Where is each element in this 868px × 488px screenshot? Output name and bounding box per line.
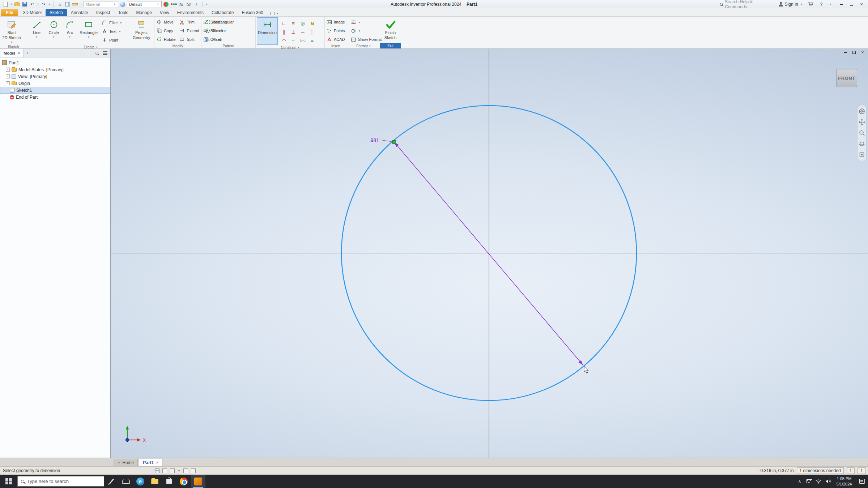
- text-button[interactable]: Text ▾: [100, 27, 130, 36]
- sketch-viewport[interactable]: .981 X × FRONT: [111, 49, 868, 458]
- ribbon-appearance-caret-icon[interactable]: ▾: [276, 12, 279, 15]
- smooth-constraint-icon[interactable]: ~: [289, 36, 298, 45]
- undo-caret-icon[interactable]: ▾: [37, 3, 39, 6]
- touch-keyboard-button[interactable]: [804, 475, 814, 488]
- tab-fusion-360[interactable]: Fusion 360: [238, 9, 267, 16]
- browser-search-icon[interactable]: [95, 52, 98, 55]
- part1-tab[interactable]: Part1 ×: [139, 459, 162, 466]
- tangent-constraint-icon[interactable]: ◠: [279, 36, 289, 45]
- sign-in-button[interactable]: Sign In ▾: [779, 2, 803, 7]
- new-document-button[interactable]: [2, 1, 9, 8]
- trim-button[interactable]: Trim: [177, 18, 201, 26]
- circle-button[interactable]: Circle ▾: [45, 17, 62, 44]
- doc-minimize-button[interactable]: [842, 50, 848, 55]
- sketch-grid-button[interactable]: [64, 1, 71, 8]
- inventor-app-button[interactable]: [191, 475, 205, 488]
- redo-button[interactable]: ↷: [41, 1, 47, 8]
- color-settings-button[interactable]: [170, 1, 177, 8]
- point-button[interactable]: Point: [100, 36, 130, 44]
- symmetric-constraint-icon[interactable]: ▷◁: [298, 36, 307, 45]
- points-button[interactable]: Points: [326, 26, 346, 35]
- expand-icon[interactable]: +: [6, 74, 10, 78]
- rotate-button[interactable]: Rotate: [154, 35, 177, 44]
- tree-item-origin[interactable]: + Origin: [0, 80, 110, 87]
- look-at-icon[interactable]: [859, 151, 865, 158]
- equal-constraint-icon[interactable]: =: [307, 36, 317, 45]
- image-button[interactable]: Image: [326, 18, 346, 26]
- store-button[interactable]: [162, 475, 176, 488]
- close-button[interactable]: ×: [856, 0, 867, 8]
- precise-input-icon[interactable]: [183, 468, 188, 473]
- tab-close-icon[interactable]: ×: [156, 460, 158, 465]
- tab-annotate[interactable]: Annotate: [67, 9, 92, 16]
- zoom-icon[interactable]: [859, 130, 865, 136]
- chrome-button[interactable]: [176, 475, 191, 488]
- degrees-of-freedom-icon[interactable]: [191, 468, 196, 473]
- measure-button[interactable]: [72, 1, 78, 8]
- panel-label-create[interactable]: Create▾: [27, 45, 154, 49]
- browser-add-tab-button[interactable]: +: [24, 50, 31, 56]
- edge-button[interactable]: e: [133, 475, 148, 488]
- volume-button[interactable]: [823, 475, 833, 488]
- view-cube[interactable]: FRONT: [836, 69, 857, 87]
- help-search-input[interactable]: Search Help & Commands...: [720, 0, 774, 9]
- home-tab[interactable]: ⌂ Home: [114, 459, 138, 466]
- browser-tab-model[interactable]: Model ×: [0, 49, 24, 57]
- network-button[interactable]: [814, 475, 823, 488]
- show-format-button[interactable]: Show Format: [349, 35, 383, 44]
- store-cart-button[interactable]: [807, 1, 814, 8]
- chevron-down-icon[interactable]: ▾: [178, 469, 180, 472]
- help-button[interactable]: ?: [818, 1, 825, 8]
- appearance-dropdown[interactable]: Default ▾: [127, 1, 162, 7]
- selection-filter-icon[interactable]: [162, 468, 167, 473]
- rectangular-pattern-button[interactable]: Rectangular: [203, 18, 235, 26]
- task-view-button[interactable]: [119, 475, 133, 488]
- return-home-button[interactable]: ⌂: [56, 1, 63, 8]
- move-button[interactable]: Move: [154, 18, 177, 26]
- vertical-constraint-icon[interactable]: │: [307, 27, 317, 36]
- rectangle-button[interactable]: Rectangle ▾: [77, 17, 100, 44]
- tree-item-end-of-part[interactable]: End of Part: [0, 94, 110, 100]
- navigation-wheel-icon[interactable]: [859, 108, 865, 115]
- file-explorer-button[interactable]: [148, 475, 162, 488]
- parameters-button[interactable]: fx: [178, 1, 184, 8]
- tab-sketch[interactable]: Sketch: [46, 9, 67, 16]
- fix-constraint-icon[interactable]: [307, 19, 317, 27]
- tree-item-part1[interactable]: Part1: [0, 59, 110, 66]
- tab-collaborate[interactable]: Collaborate: [208, 9, 238, 16]
- browser-menu-icon[interactable]: [103, 51, 107, 55]
- coincident-constraint-icon[interactable]: ∟: [279, 19, 289, 27]
- tab-view[interactable]: View: [156, 9, 173, 16]
- tree-item-sketch1[interactable]: Sketch1: [0, 87, 110, 94]
- sketch-canvas[interactable]: .981 X: [111, 49, 868, 458]
- dimension-button[interactable]: Dimension: [257, 17, 278, 45]
- tray-overflow-button[interactable]: ∧: [795, 475, 804, 488]
- parallel-constraint-icon[interactable]: ∥: [279, 27, 289, 36]
- open-button[interactable]: [14, 1, 20, 8]
- qat-overflow-caret-icon[interactable]: ▾: [205, 3, 208, 6]
- tab-environments[interactable]: Environments: [173, 9, 208, 16]
- construction-format-button[interactable]: ▾: [349, 26, 383, 35]
- split-button[interactable]: Split: [177, 35, 201, 44]
- line-format-button[interactable]: ▾: [349, 18, 383, 26]
- adjust-appearance-button[interactable]: [163, 1, 169, 8]
- panel-label-sketch[interactable]: Sketch: [0, 45, 27, 49]
- tab-3d-model[interactable]: 3D Model: [19, 9, 46, 16]
- panel-label-insert[interactable]: Insert: [325, 44, 347, 48]
- action-center-button[interactable]: [856, 475, 868, 488]
- clock[interactable]: 1:05 PM 5/1/2024: [833, 476, 856, 487]
- tree-item-view-primary[interactable]: + View: [Primary]: [0, 73, 110, 80]
- pan-icon[interactable]: [859, 119, 865, 125]
- doc-close-button[interactable]: ×: [859, 50, 866, 55]
- start-2d-sketch-button[interactable]: Start 2D Sketch ▾: [1, 17, 22, 44]
- grid-snap-icon[interactable]: [155, 468, 159, 473]
- dimension-value-text[interactable]: .981: [369, 137, 379, 143]
- concentric-constraint-icon[interactable]: ◎: [298, 19, 307, 27]
- panel-label-pattern[interactable]: Pattern: [201, 44, 255, 48]
- panel-label-constrain[interactable]: Constrain▾: [256, 46, 324, 50]
- material-dropdown[interactable]: Material ▾: [84, 1, 118, 7]
- expand-icon[interactable]: +: [6, 81, 10, 85]
- project-geometry-button[interactable]: Project Geometry: [130, 17, 153, 44]
- maximize-button[interactable]: [846, 0, 856, 8]
- save-button[interactable]: [21, 1, 28, 8]
